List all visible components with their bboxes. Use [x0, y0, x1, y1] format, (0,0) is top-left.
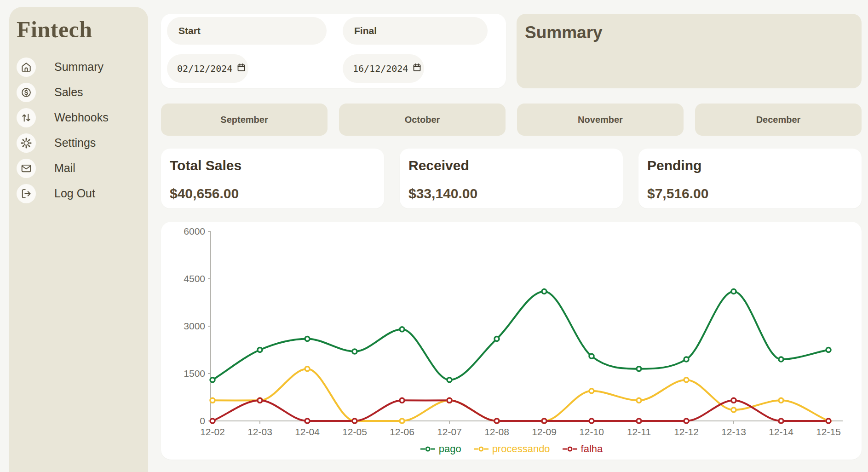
svg-text:1500: 1500: [184, 368, 205, 379]
envelope-icon: [17, 159, 36, 178]
sidebar-item-logout[interactable]: Log Out: [9, 181, 148, 206]
month-buttons-row: September October November December: [161, 104, 862, 136]
chart-legend: pagoprocessandofalha: [161, 442, 862, 456]
home-icon: [17, 58, 36, 77]
svg-text:12-06: 12-06: [390, 426, 414, 437]
svg-text:12-12: 12-12: [674, 426, 699, 437]
sidebar-item-mail[interactable]: Mail: [9, 155, 148, 181]
payments-line-chart-card: 0150030004500600012-0212-0312-0412-0512-…: [161, 222, 862, 460]
svg-text:6000: 6000: [184, 226, 205, 236]
calendar-icon[interactable]: [236, 63, 246, 75]
month-button-november[interactable]: November: [517, 104, 684, 136]
sidebar-item-summary[interactable]: Summary: [9, 54, 148, 80]
gear-icon: [17, 133, 36, 153]
legend-line-icon: [562, 446, 578, 452]
page-title: Summary: [517, 14, 862, 42]
sidebar-item-label: Log Out: [54, 187, 95, 200]
sidebar-item-label: Settings: [54, 136, 96, 150]
svg-text:12-10: 12-10: [579, 426, 604, 437]
svg-text:12-02: 12-02: [200, 426, 225, 437]
legend-item-falha[interactable]: falha: [562, 443, 603, 455]
month-button-december[interactable]: December: [695, 104, 862, 136]
start-label-pill: Start: [167, 17, 327, 45]
final-label: Final: [343, 25, 377, 36]
start-date-input[interactable]: 02/12/2024: [167, 54, 248, 83]
final-date-value[interactable]: 16/12/2024: [353, 63, 408, 74]
sidebar-item-settings[interactable]: Settings: [9, 130, 148, 155]
stat-label: Received: [408, 158, 623, 173]
sidebar-item-webhooks[interactable]: Webhooks: [9, 105, 148, 130]
svg-text:12-15: 12-15: [816, 426, 841, 437]
sidebar-item-label: Mail: [54, 161, 75, 175]
final-date-input[interactable]: 16/12/2024: [343, 54, 424, 83]
stat-card-total-sales: Total Sales $40,656.00: [161, 149, 384, 208]
stat-value: $40,656.00: [170, 186, 384, 201]
up-down-arrows-icon: [17, 108, 36, 127]
svg-text:12-05: 12-05: [342, 426, 367, 437]
stat-label: Pending: [647, 158, 862, 173]
legend-label: falha: [581, 443, 603, 455]
stats-row: Total Sales $40,656.00 Received $33,140.…: [161, 149, 862, 208]
legend-item-pago[interactable]: pago: [420, 443, 461, 455]
svg-text:12-07: 12-07: [437, 426, 462, 437]
legend-label: pago: [439, 443, 461, 455]
logout-icon: [17, 184, 36, 203]
stat-card-pending: Pending $7,516.00: [638, 149, 862, 208]
svg-text:3000: 3000: [184, 321, 205, 331]
svg-text:12-03: 12-03: [247, 426, 272, 437]
line-chart-canvas: 0150030004500600012-0212-0312-0412-0512-…: [161, 222, 862, 460]
sidebar-item-label: Webhooks: [54, 111, 109, 124]
sidebar-menu: Summary Sales Webhooks Settings Mail: [9, 54, 148, 206]
sidebar-item-sales[interactable]: Sales: [9, 80, 148, 105]
dollar-badge-icon: [17, 83, 36, 102]
svg-text:12-04: 12-04: [295, 426, 320, 437]
svg-text:12-09: 12-09: [532, 426, 557, 437]
final-label-pill: Final: [343, 17, 488, 45]
month-button-september[interactable]: September: [161, 104, 328, 136]
stat-value: $7,516.00: [647, 186, 862, 201]
stat-label: Total Sales: [170, 158, 384, 173]
sidebar-item-label: Sales: [54, 86, 83, 99]
date-range-card: Start Final 02/12/2024 16/12/2024: [161, 14, 506, 88]
stat-value: $33,140.00: [408, 186, 623, 201]
svg-text:0: 0: [200, 415, 205, 426]
main-content: Start Final 02/12/2024 16/12/2024 Summar…: [161, 0, 862, 472]
svg-text:12-08: 12-08: [484, 426, 509, 437]
start-date-value[interactable]: 02/12/2024: [177, 63, 232, 74]
app-logo: Fintech: [9, 7, 148, 43]
legend-item-processando[interactable]: processando: [473, 443, 550, 455]
month-button-october[interactable]: October: [339, 104, 506, 136]
svg-text:12-11: 12-11: [627, 426, 651, 437]
legend-line-icon: [473, 446, 489, 452]
svg-text:4500: 4500: [184, 273, 205, 284]
legend-line-icon: [420, 446, 436, 452]
sidebar-item-label: Summary: [54, 60, 103, 74]
stat-card-received: Received $33,140.00: [400, 149, 623, 208]
summary-header-box: Summary: [517, 14, 862, 88]
svg-text:12-14: 12-14: [769, 426, 793, 437]
sidebar: Fintech Summary Sales Webhooks Settings: [9, 7, 148, 472]
calendar-icon[interactable]: [412, 63, 422, 75]
svg-text:12-13: 12-13: [721, 426, 746, 437]
start-label: Start: [167, 25, 201, 36]
legend-label: processando: [492, 443, 550, 455]
